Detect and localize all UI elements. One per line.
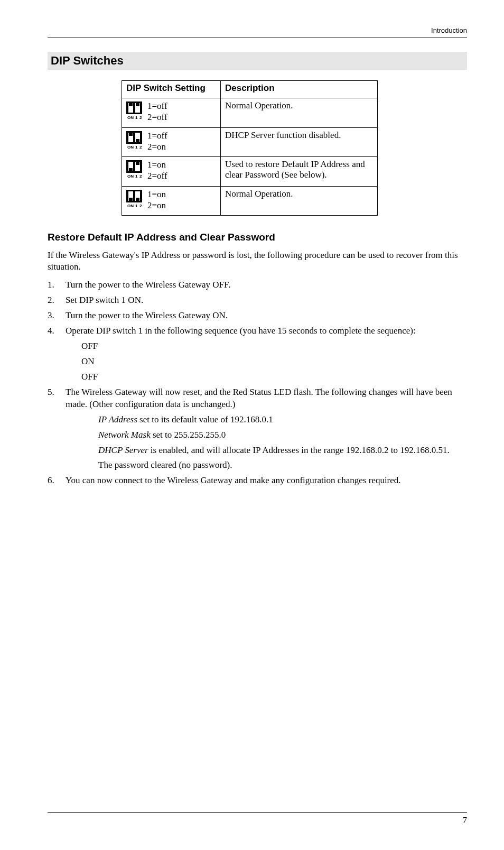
table-row: ON 1 2 1=off 2=on DHCP Server function d… [122,127,378,157]
step5-sub: DHCP Server is enabled, and will allocat… [98,445,467,457]
svg-text:ON: ON [127,115,134,119]
svg-text:2: 2 [139,145,142,149]
switch-text: 1=on 2=on [147,189,166,211]
svg-rect-4 [136,103,139,106]
step5-sub: IP Address set to its default value of 1… [98,414,467,426]
col-setting-header: DIP Switch Setting [122,81,221,98]
section-heading: DIP Switches [48,52,467,70]
list-item: 1.Turn the power to the Wireless Gateway… [48,279,467,291]
svg-text:1: 1 [135,145,138,149]
desc-cell: Normal Operation. [221,98,378,128]
step4-sub: OFF [81,371,467,383]
dip-switch-icon: ON 1 2 [126,190,142,208]
svg-text:1: 1 [135,174,138,178]
dip-switch-icon: ON 1 2 [126,160,142,178]
svg-text:1: 1 [135,115,138,119]
steps-list-cont: 5.The Wireless Gateway will now reset, a… [48,386,467,411]
switch-text: 1=off 2=on [147,130,167,153]
dip-switch-icon: ON 1 2 [126,131,142,149]
list-item: 6.You can now connect to the Wireless Ga… [48,475,467,487]
setting-cell: ON 1 2 1=on 2=off [122,157,221,187]
list-item: 4.Operate DIP switch 1 in the following … [48,325,467,337]
step5-sub: Network Mask set to 255.255.255.0 [98,429,467,441]
page-number: 7 [48,815,467,826]
svg-text:ON: ON [127,145,134,149]
svg-rect-19 [129,168,133,171]
step-text: Turn the power to the Wireless Gateway O… [66,279,230,291]
step-text: Operate DIP switch 1 in the following se… [66,325,416,337]
step4-sub: ON [81,356,467,368]
desc-cell: Normal Operation. [221,186,378,216]
svg-rect-3 [129,103,133,106]
step5-sub: The password cleared (no password). [98,459,467,472]
svg-text:ON: ON [127,174,134,178]
col-desc-header: Description [221,81,378,98]
dip-switch-table: DIP Switch Setting Description ON 1 2 1=… [122,80,378,216]
table-header-row: DIP Switch Setting Description [122,81,378,98]
switch-text: 1=off 2=off [147,100,167,123]
desc-cell: Used to restore Default IP Address and c… [221,157,378,187]
switch-text: 1=on 2=off [147,159,167,182]
list-item: 3.Turn the power to the Wireless Gateway… [48,310,467,322]
svg-rect-12 [136,139,139,142]
header-rule [48,38,467,38]
step-text: Set DIP switch 1 ON. [66,294,143,307]
setting-cell: ON 1 2 1=on 2=on [122,186,221,216]
table-row: ON 1 2 1=on 2=on Normal Operation. [122,186,378,216]
footer-rule [48,812,467,813]
setting-cell: ON 1 2 1=off 2=on [122,127,221,157]
setting-cell: ON 1 2 1=off 2=off [122,98,221,128]
step4-sub: OFF [81,340,467,353]
svg-text:2: 2 [139,174,142,178]
svg-text:2: 2 [139,115,142,119]
svg-text:1: 1 [135,204,138,208]
list-item: 2.Set DIP switch 1 ON. [48,294,467,307]
svg-text:2: 2 [139,204,142,208]
desc-cell: DHCP Server function disabled. [221,127,378,157]
list-item: 5.The Wireless Gateway will now reset, a… [48,386,467,411]
steps-list: 1.Turn the power to the Wireless Gateway… [48,279,467,337]
svg-rect-28 [136,198,139,201]
sub-heading: Restore Default IP Address and Clear Pas… [48,232,467,243]
table-row: ON 1 2 1=on 2=off Used to restore Defaul… [122,157,378,187]
table-row: ON 1 2 1=off 2=off Normal Operation. [122,98,378,128]
svg-rect-20 [136,162,139,165]
svg-text:ON: ON [127,204,134,208]
header-chapter: Introduction [48,26,467,34]
step-text: You can now connect to the Wireless Gate… [66,475,401,487]
svg-rect-27 [129,198,133,201]
dip-switch-icon: ON 1 2 [126,101,142,119]
steps-list-cont2: 6.You can now connect to the Wireless Ga… [48,475,467,487]
svg-rect-11 [129,133,133,136]
step-text: The Wireless Gateway will now reset, and… [66,386,467,411]
step-text: Turn the power to the Wireless Gateway O… [66,310,228,322]
intro-paragraph: If the Wireless Gateway's IP Address or … [48,250,467,273]
footer: 7 [48,812,467,826]
